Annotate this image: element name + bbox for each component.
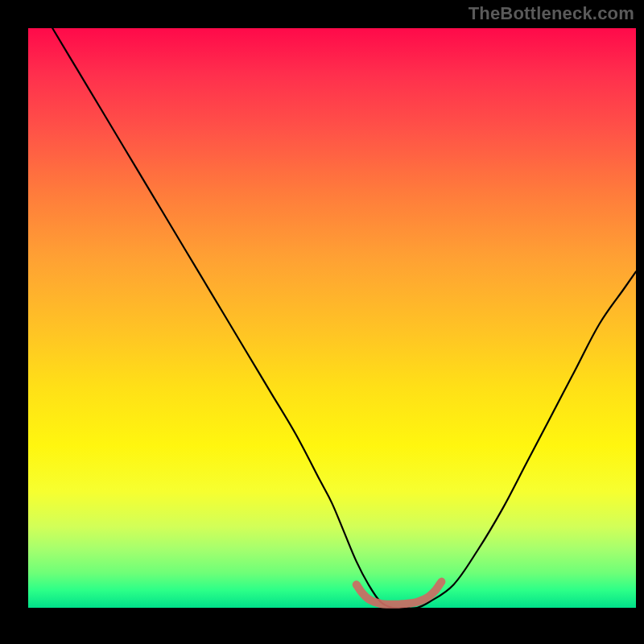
bottleneck-curve <box>52 28 636 609</box>
watermark-text: TheBottleneck.com <box>469 3 634 24</box>
chart-frame: TheBottleneck.com <box>0 0 644 644</box>
bottleneck-curve-svg <box>0 0 644 644</box>
